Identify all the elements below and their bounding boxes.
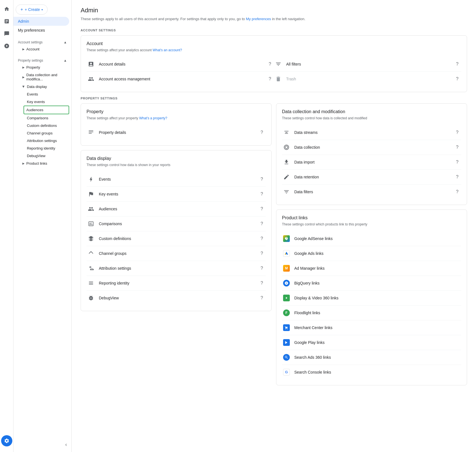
sidebar-item-comparisons[interactable]: Comparisons (13, 114, 69, 122)
data-filters-help-icon[interactable]: ? (453, 188, 461, 196)
sidebar-item-channel-groups[interactable]: Channel groups (13, 129, 69, 137)
google-play-links-item[interactable]: Google Play links (282, 335, 461, 350)
floodlight-links-item[interactable]: F Floodlight links (282, 306, 461, 320)
create-button[interactable]: + + Create ▾ (16, 4, 48, 15)
dv360-icon (282, 293, 291, 302)
dd-attribution-help-icon[interactable]: ? (258, 264, 266, 272)
data-display-card: Data display These settings control how … (81, 150, 272, 311)
sidebar-item-data-display[interactable]: ▶ Data display (13, 83, 69, 90)
dd-custom-def-help-icon[interactable]: ? (258, 235, 266, 243)
data-streams-help-icon[interactable]: ? (453, 129, 461, 136)
sidebar-item-audiences[interactable]: Audiences (24, 106, 69, 114)
key-events-label: Key events (27, 100, 45, 104)
dd-debugview-item[interactable]: DebugView ? (87, 291, 266, 305)
data-import-help-icon[interactable]: ? (453, 158, 461, 166)
home-icon[interactable] (1, 3, 12, 15)
data-collection-help-icon[interactable]: ? (453, 143, 461, 151)
svg-rect-2 (89, 133, 92, 134)
dd-reporting-item[interactable]: Reporting identity ? (87, 276, 266, 291)
sidebar-item-debugview[interactable]: DebugView (13, 152, 69, 160)
comparisons-label: Comparisons (27, 116, 48, 120)
account-card-title: Account (87, 41, 461, 46)
data-retention-help-icon[interactable]: ? (453, 173, 461, 181)
search-console-links-item[interactable]: G Search Console links (282, 365, 461, 379)
sidebar-item-account[interactable]: ▶ Account (13, 45, 69, 53)
sidebar-item-property[interactable]: ▶ Property (13, 64, 69, 71)
data-retention-item[interactable]: Data retention ? (282, 170, 461, 185)
trash-help-icon[interactable]: ? (453, 75, 461, 83)
all-filters-help-icon[interactable]: ? (453, 60, 461, 68)
dd-comparisons-help-icon[interactable]: ? (258, 220, 266, 228)
property-details-label: Property details (99, 130, 258, 135)
dd-key-events-help-icon[interactable]: ? (258, 190, 266, 198)
google-play-links-label: Google Play links (294, 340, 461, 345)
custom-definitions-label: Custom definitions (27, 124, 57, 128)
collapse-sidebar-button[interactable]: ‹ (65, 442, 67, 448)
account-details-help-icon[interactable]: ? (266, 60, 274, 68)
dd-key-events-item[interactable]: Key events ? (87, 187, 266, 202)
dd-reporting-icon (87, 279, 95, 288)
dd-custom-def-label: Custom definitions (99, 236, 258, 241)
dd-custom-def-item[interactable]: Custom definitions ? (87, 231, 266, 246)
data-filters-item[interactable]: Data filters ? (282, 185, 461, 199)
search-console-icon: G (282, 368, 291, 377)
account-desc-text: These settings affect your analytics acc… (87, 48, 152, 52)
account-settings-header[interactable]: Account settings ▲ (13, 38, 71, 45)
adsense-icon (282, 234, 291, 243)
sidebar-item-preferences[interactable]: My preferences (13, 26, 69, 35)
admin-gear-icon[interactable] (1, 435, 12, 446)
dd-channel-groups-item[interactable]: Channel groups ? (87, 246, 266, 261)
dd-channel-groups-help-icon[interactable]: ? (258, 250, 266, 257)
google-play-icon (282, 338, 291, 347)
dd-reporting-help-icon[interactable]: ? (258, 279, 266, 287)
reports-icon[interactable] (1, 16, 12, 27)
whats-property-link[interactable]: What's a property? (139, 116, 167, 120)
property-details-item[interactable]: Property details ? (87, 125, 266, 140)
all-filters-item[interactable]: All filters ? (274, 57, 461, 72)
whats-account-link[interactable]: What's an account? (153, 48, 182, 52)
account-settings-label: Account settings (18, 40, 43, 44)
bigquery-links-item[interactable]: BigQuery links (282, 276, 461, 291)
search-ads-links-item[interactable]: Search Ads 360 links (282, 350, 461, 365)
sidebar-item-data-collection[interactable]: ▶ Data collection and modifica... (13, 71, 69, 83)
ad-manager-links-item[interactable]: M Ad Manager links (282, 261, 461, 276)
sidebar-item-attribution[interactable]: Attribution settings (13, 137, 69, 145)
advertising-icon[interactable] (1, 40, 12, 52)
account-details-item[interactable]: Account details ? (87, 57, 274, 72)
account-access-help-icon[interactable]: ? (266, 75, 274, 83)
preferences-label: My preferences (18, 28, 45, 32)
property-details-help-icon[interactable]: ? (258, 129, 266, 136)
search-ads-links-label: Search Ads 360 links (294, 355, 461, 360)
sidebar-item-admin[interactable]: Admin (13, 17, 69, 26)
account-details-label: Account details (99, 62, 266, 66)
chat-icon[interactable] (1, 28, 12, 39)
main-content: Admin These settings apply to all users … (72, 0, 476, 452)
account-access-item[interactable]: Account access management ? (87, 72, 274, 86)
adsense-links-item[interactable]: Google AdSense links (282, 231, 461, 246)
data-collection-item[interactable]: Data collection ? (282, 140, 461, 155)
dd-debugview-label: DebugView (99, 296, 258, 300)
property-settings-header[interactable]: Property settings ▲ (13, 56, 71, 64)
sidebar-item-product-links[interactable]: ▶ Product links (13, 160, 69, 167)
dd-key-events-icon (87, 190, 95, 199)
merchant-links-item[interactable]: Merchant Center links (282, 320, 461, 335)
sidebar-item-custom-definitions[interactable]: Custom definitions (13, 122, 69, 129)
dd-audiences-item[interactable]: Audiences ? (87, 202, 266, 216)
dd-audiences-help-icon[interactable]: ? (258, 205, 266, 213)
dv360-links-item[interactable]: Display & Video 360 links (282, 291, 461, 306)
dd-debugview-help-icon[interactable]: ? (258, 294, 266, 302)
dd-attribution-item[interactable]: Attribution settings ? (87, 261, 266, 276)
my-preferences-link[interactable]: My preferences (246, 17, 271, 21)
dd-events-help-icon[interactable]: ? (258, 175, 266, 183)
google-ads-links-item[interactable]: Google Ads links (282, 246, 461, 261)
dd-events-item[interactable]: Events ? (87, 172, 266, 187)
create-chevron-icon: ▾ (41, 8, 43, 11)
sidebar-item-reporting-identity[interactable]: Reporting identity (13, 145, 69, 152)
data-display-card-desc: These settings control how data is shown… (87, 163, 266, 167)
sidebar-item-key-events[interactable]: Key events (13, 98, 69, 106)
sidebar-item-events[interactable]: Events (13, 90, 69, 98)
data-import-item[interactable]: Data import ? (282, 155, 461, 170)
trash-item[interactable]: Trash ? (274, 72, 461, 86)
data-streams-item[interactable]: Data streams ? (282, 125, 461, 140)
dd-comparisons-item[interactable]: Comparisons ? (87, 216, 266, 231)
